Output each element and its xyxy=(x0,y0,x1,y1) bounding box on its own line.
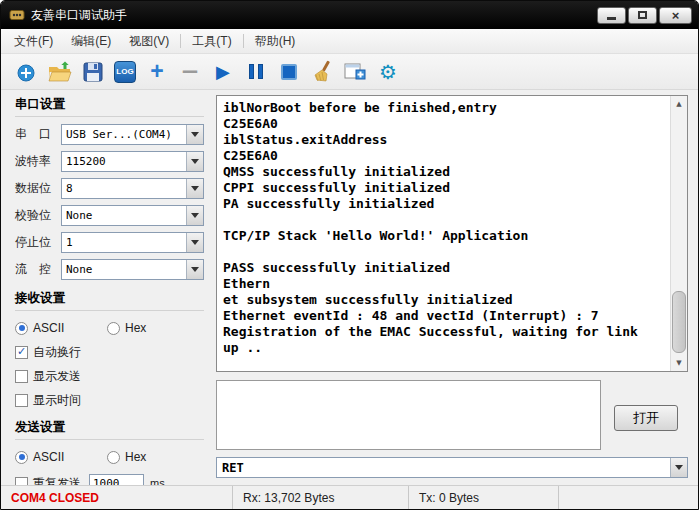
repeat-send-row: 重复发送 ms xyxy=(15,473,204,485)
extend-panel-icon[interactable] xyxy=(343,60,367,84)
receive-text: iblNorBoot before be finished,entry C25E… xyxy=(217,96,687,360)
repeat-interval-input[interactable] xyxy=(89,474,144,486)
radio-icon xyxy=(15,322,28,335)
auto-wrap-checkbox[interactable]: 自动换行 xyxy=(15,344,204,361)
scroll-up-icon[interactable]: ▲ xyxy=(671,96,687,112)
pause-icon[interactable] xyxy=(244,60,268,84)
chevron-down-icon[interactable] xyxy=(186,125,203,144)
tx-segment: Tx: 0 Bytes xyxy=(409,486,559,509)
repeat-send-checkbox[interactable]: 重复发送 xyxy=(15,475,81,486)
menu-bar: 文件(F) 编辑(E) 视图(V) 工具(T) 帮助(H) xyxy=(1,29,698,54)
statusbar-spacer xyxy=(559,486,698,509)
serial-settings-title: 串口设置 xyxy=(15,96,204,117)
menu-file[interactable]: 文件(F) xyxy=(5,30,62,53)
chevron-down-icon[interactable] xyxy=(186,152,203,171)
toolbar: LOG + − ▶ ⚙ xyxy=(1,54,698,90)
remove-icon[interactable]: − xyxy=(178,60,202,84)
radio-icon xyxy=(15,451,28,464)
receive-ascii-radio[interactable]: ASCII xyxy=(15,321,107,335)
minimize-button[interactable] xyxy=(597,7,626,24)
send-hex-label: Hex xyxy=(125,450,146,464)
receive-ascii-label: ASCII xyxy=(33,321,64,335)
parity-select[interactable]: None xyxy=(61,205,204,226)
databits-value: 8 xyxy=(62,179,186,198)
serial-field-stopbits: 停止位 1 xyxy=(15,232,204,253)
close-button[interactable]: × xyxy=(659,7,692,24)
rx-counter: Rx: 13,702 Bytes xyxy=(243,491,334,505)
open-port-button[interactable]: 打开 xyxy=(614,405,678,431)
send-ascii-radio[interactable]: ASCII xyxy=(15,450,107,464)
serial-field-baud: 波特率 115200 xyxy=(15,151,204,172)
close-icon: × xyxy=(672,9,680,22)
radio-icon xyxy=(107,322,120,335)
repeat-unit-label: ms xyxy=(150,477,165,485)
vertical-scrollbar[interactable]: ▲ ▼ xyxy=(670,96,687,371)
receive-hex-label: Hex xyxy=(125,321,146,335)
port-status-segment: COM4 CLOSED xyxy=(1,486,233,509)
menu-help[interactable]: 帮助(H) xyxy=(246,30,305,53)
window-title: 友善串口调试助手 xyxy=(31,7,597,24)
maximize-button[interactable] xyxy=(628,7,657,24)
main-content: 串口设置 串 口 USB Ser...(COM4) 波特率 115200 数据位… xyxy=(1,90,698,485)
status-bar: COM4 CLOSED Rx: 13,702 Bytes Tx: 0 Bytes xyxy=(1,485,698,509)
port-select[interactable]: USB Ser...(COM4) xyxy=(61,124,204,145)
receive-hex-radio[interactable]: Hex xyxy=(107,321,146,335)
quick-send-value: RET xyxy=(217,458,670,477)
receive-area[interactable]: iblNorBoot before be finished,entry C25E… xyxy=(216,95,688,372)
show-sent-checkbox[interactable]: 显示发送 xyxy=(15,368,204,385)
stopbits-select[interactable]: 1 xyxy=(61,232,204,253)
menu-view[interactable]: 视图(V) xyxy=(120,30,178,53)
port-value: USB Ser...(COM4) xyxy=(62,125,186,144)
menu-tools[interactable]: 工具(T) xyxy=(183,30,240,53)
send-settings-title: 发送设置 xyxy=(15,419,204,440)
menu-edit[interactable]: 编辑(E) xyxy=(62,30,120,53)
save-icon[interactable] xyxy=(81,60,105,84)
show-sent-label: 显示发送 xyxy=(33,368,81,385)
port-label: 串 口 xyxy=(15,126,61,143)
quick-send-select[interactable]: RET xyxy=(216,457,688,478)
chevron-down-icon[interactable] xyxy=(186,233,203,252)
scroll-down-icon[interactable]: ▼ xyxy=(671,355,687,371)
app-window: 友善串口调试助手 × 文件(F) 编辑(E) 视图(V) 工具(T) 帮助(H)… xyxy=(0,0,699,510)
databits-select[interactable]: 8 xyxy=(61,178,204,199)
terminal-panel: iblNorBoot before be finished,entry C25E… xyxy=(216,90,698,485)
menu-separator xyxy=(180,34,181,48)
new-connection-icon[interactable] xyxy=(15,60,39,84)
receive-options: 自动换行 显示发送 显示时间 xyxy=(15,344,204,409)
checkbox-icon xyxy=(15,346,28,359)
chevron-down-icon[interactable] xyxy=(186,206,203,225)
parity-label: 校验位 xyxy=(15,207,61,224)
send-ascii-label: ASCII xyxy=(33,450,64,464)
start-icon[interactable]: ▶ xyxy=(211,60,235,84)
serial-field-flowctrl: 流 控 None xyxy=(15,259,204,280)
maximize-icon xyxy=(638,11,647,19)
tx-counter: Tx: 0 Bytes xyxy=(419,491,479,505)
stopbits-label: 停止位 xyxy=(15,234,61,251)
baud-value: 115200 xyxy=(62,152,186,171)
receive-format-row: ASCII Hex xyxy=(15,318,204,338)
send-hex-radio[interactable]: Hex xyxy=(107,450,146,464)
log-icon[interactable]: LOG xyxy=(114,61,136,83)
databits-label: 数据位 xyxy=(15,180,61,197)
title-bar: 友善串口调试助手 × xyxy=(1,1,698,29)
open-file-icon[interactable] xyxy=(48,60,72,84)
scrollbar-thumb[interactable] xyxy=(672,291,686,353)
settings-icon[interactable]: ⚙ xyxy=(376,60,400,84)
chevron-down-icon[interactable] xyxy=(670,458,687,477)
baud-select[interactable]: 115200 xyxy=(61,151,204,172)
flowctrl-label: 流 控 xyxy=(15,261,61,278)
show-time-checkbox[interactable]: 显示时间 xyxy=(15,392,204,409)
menu-separator xyxy=(243,34,244,48)
chevron-down-icon[interactable] xyxy=(186,260,203,279)
repeat-send-label: 重复发送 xyxy=(33,475,81,486)
auto-wrap-label: 自动换行 xyxy=(33,344,81,361)
checkbox-icon xyxy=(15,477,28,486)
serial-field-databits: 数据位 8 xyxy=(15,178,204,199)
send-input[interactable] xyxy=(216,380,601,450)
port-status: COM4 CLOSED xyxy=(11,491,99,505)
clear-icon[interactable] xyxy=(310,60,334,84)
stop-icon[interactable] xyxy=(277,60,301,84)
add-icon[interactable]: + xyxy=(145,60,169,84)
chevron-down-icon[interactable] xyxy=(186,179,203,198)
flowctrl-select[interactable]: None xyxy=(61,259,204,280)
